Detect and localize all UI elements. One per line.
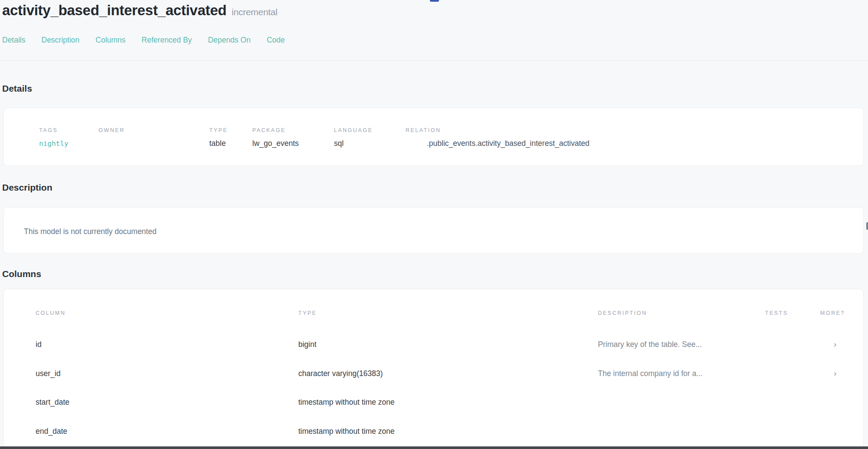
chevron-right-icon[interactable]: › bbox=[834, 338, 836, 351]
field-type: TYPE table bbox=[209, 127, 252, 148]
tab-referenced-by[interactable]: Referenced By bbox=[142, 36, 192, 45]
column-type: character varying(16383) bbox=[298, 367, 383, 380]
column-name: end_date bbox=[36, 425, 67, 438]
language-value: sql bbox=[334, 139, 406, 148]
table-row-start-date[interactable]: start_date timestamp without time zone bbox=[4, 396, 863, 409]
description-card: This model is not currently documented bbox=[3, 207, 864, 254]
tab-details[interactable]: Details bbox=[2, 36, 26, 45]
details-card: TAGS nightly OWNER TYPE table PACKAGE lw… bbox=[3, 108, 864, 166]
tab-description[interactable]: Description bbox=[42, 36, 80, 45]
table-row-end-date[interactable]: end_date timestamp without time zone bbox=[4, 425, 863, 438]
type-value: table bbox=[209, 139, 252, 148]
header-tests: TESTS bbox=[765, 310, 788, 316]
section-tabs: Details Description Columns Referenced B… bbox=[2, 36, 285, 45]
column-name: id bbox=[36, 338, 42, 351]
details-fields: TAGS nightly OWNER TYPE table PACKAGE lw… bbox=[4, 108, 863, 148]
column-type: timestamp without time zone bbox=[298, 425, 395, 438]
column-name: start_date bbox=[36, 396, 69, 409]
relation-label: RELATION bbox=[406, 127, 863, 133]
columns-section-heading: Columns bbox=[2, 269, 41, 279]
language-label: LANGUAGE bbox=[334, 127, 406, 133]
relation-value: .public_events.activity_based_interest_a… bbox=[427, 139, 863, 148]
tag-nightly-link[interactable]: nightly bbox=[39, 139, 68, 148]
field-relation: RELATION .public_events.activity_based_i… bbox=[406, 127, 863, 148]
header-more: MORE? bbox=[820, 310, 845, 316]
field-tags: TAGS nightly bbox=[39, 127, 99, 148]
details-section-heading: Details bbox=[2, 83, 32, 94]
tabs-divider bbox=[0, 60, 868, 61]
materialization-badge: incremental bbox=[232, 7, 277, 17]
column-description: Primary key of the table. See... bbox=[598, 338, 702, 351]
tab-code[interactable]: Code bbox=[267, 36, 285, 45]
screenshot-bottom-edge bbox=[0, 446, 868, 449]
page-title: activity_based_interest_activatedincreme… bbox=[2, 0, 827, 23]
tab-depends-on[interactable]: Depends On bbox=[208, 36, 251, 45]
column-type: timestamp without time zone bbox=[298, 396, 395, 409]
cutoff-edge-fragment bbox=[866, 222, 868, 230]
type-label: TYPE bbox=[209, 127, 252, 133]
tags-label: TAGS bbox=[39, 127, 99, 133]
header-column: COLUMN bbox=[36, 310, 66, 316]
owner-value bbox=[99, 139, 209, 148]
model-header: activity_based_interest_activatedincreme… bbox=[2, 0, 827, 23]
column-name: user_id bbox=[36, 367, 60, 380]
tab-columns[interactable]: Columns bbox=[96, 36, 125, 45]
table-row-user-id[interactable]: user_id character varying(16383) The int… bbox=[4, 367, 863, 380]
column-description: The internal company id for a... bbox=[598, 367, 703, 380]
column-type: bigint bbox=[298, 338, 317, 351]
chevron-right-icon[interactable]: › bbox=[834, 367, 836, 380]
field-language: LANGUAGE sql bbox=[334, 127, 406, 148]
package-value: lw_go_events bbox=[252, 139, 334, 148]
header-description: DESCRIPTION bbox=[598, 310, 647, 316]
table-row-id[interactable]: id bigint Primary key of the table. See.… bbox=[4, 338, 863, 351]
package-label: PACKAGE bbox=[252, 127, 334, 133]
header-type: TYPE bbox=[298, 310, 317, 316]
columns-card: COLUMN TYPE DESCRIPTION TESTS MORE? id b… bbox=[3, 289, 864, 449]
description-section-heading: Description bbox=[2, 182, 53, 193]
field-owner: OWNER bbox=[99, 127, 209, 148]
columns-table-header: COLUMN TYPE DESCRIPTION TESTS MORE? bbox=[4, 310, 863, 319]
owner-label: OWNER bbox=[99, 127, 209, 133]
field-package: PACKAGE lw_go_events bbox=[252, 127, 334, 148]
model-name: activity_based_interest_activated bbox=[2, 2, 227, 18]
description-text: This model is not currently documented bbox=[4, 208, 863, 236]
columns-table: COLUMN TYPE DESCRIPTION TESTS MORE? id b… bbox=[4, 289, 863, 449]
